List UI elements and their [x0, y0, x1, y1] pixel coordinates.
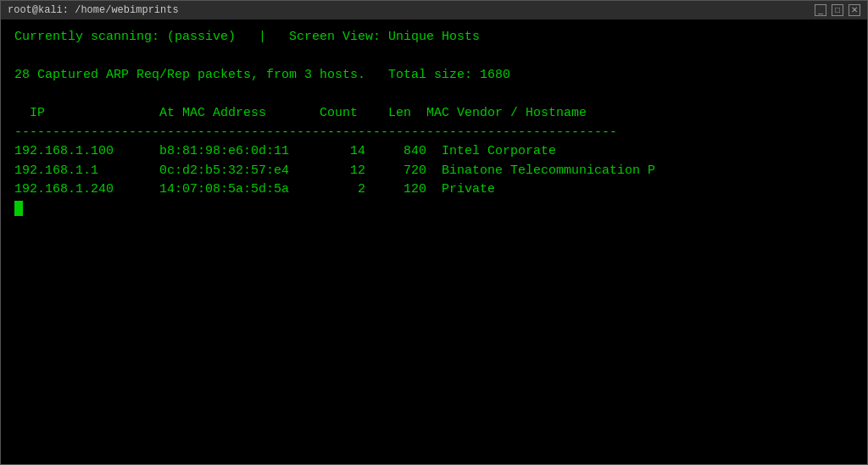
packet-stats-line: 28 Captured ARP Req/Rep packets, from 3 …: [14, 66, 854, 86]
blank-line-1: [14, 47, 854, 67]
close-button[interactable]: ✕: [849, 4, 860, 16]
blank-line-2: [14, 86, 854, 105]
titlebar-controls: _ □ ✕: [815, 4, 860, 16]
terminal-content: Currently scanning: (passive) | Screen V…: [1, 19, 867, 464]
terminal-cursor: [14, 201, 23, 216]
table-separator: ----------------------------------------…: [14, 124, 854, 143]
table-row: 192.168.1.1 0c:d2:b5:32:57:e4 12 720 Bin…: [14, 162, 854, 181]
table-header: IP At MAC Address Count Len MAC Vendor /…: [14, 104, 854, 124]
table-row: 192.168.1.240 14:07:08:5a:5d:5a 2 120 Pr…: [14, 180, 854, 200]
cursor-line: [14, 200, 854, 219]
table-body: 192.168.1.100 b8:81:98:e6:0d:11 14 840 I…: [14, 142, 854, 200]
titlebar-title: root@kali: /home/webimprints: [8, 4, 179, 16]
titlebar: root@kali: /home/webimprints _ □ ✕: [1, 1, 867, 19]
table-row: 192.168.1.100 b8:81:98:e6:0d:11 14 840 I…: [14, 142, 854, 162]
minimize-button[interactable]: _: [815, 4, 826, 16]
scanning-status-line: Currently scanning: (passive) | Screen V…: [14, 28, 854, 47]
terminal-window: root@kali: /home/webimprints _ □ ✕ Curre…: [0, 0, 868, 465]
maximize-button[interactable]: □: [832, 4, 843, 16]
